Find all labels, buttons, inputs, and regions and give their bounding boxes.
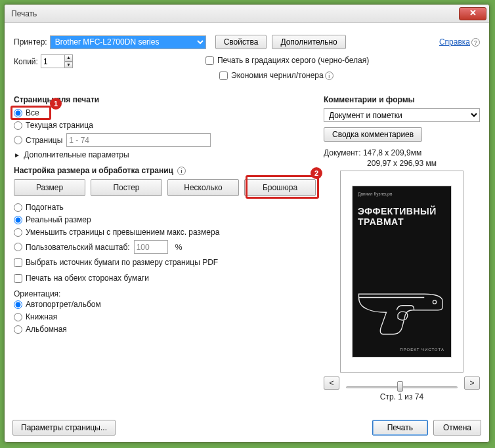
more-options-toggle[interactable]: Дополнительные параметры (15, 150, 316, 159)
orientation-auto[interactable]: Автопортрет/альбом (14, 300, 316, 309)
preview-slider[interactable] (346, 382, 458, 384)
booklet-button[interactable]: Брошюра (244, 179, 316, 196)
poster-button[interactable]: Постер (91, 179, 162, 196)
orientation-portrait[interactable]: Книжная (14, 312, 316, 321)
page-indicator: Стр. 1 из 74 (324, 392, 480, 401)
economy-check[interactable]: Экономия чернил/тонера i (219, 71, 334, 80)
pistol-icon (356, 281, 448, 339)
comments-select[interactable]: Документ и пометки (324, 108, 480, 122)
info-icon[interactable]: i (325, 71, 334, 80)
preview-next-button[interactable]: > (464, 377, 480, 390)
printer-select[interactable]: Brother MFC-L2700DN series (50, 35, 206, 49)
multiple-button[interactable]: Несколько (167, 179, 239, 196)
custom-scale-input[interactable] (134, 240, 168, 254)
help-link[interactable]: Справка (439, 37, 470, 47)
economy-checkbox[interactable] (219, 71, 228, 80)
close-button[interactable]: ✕ (459, 7, 486, 20)
grayscale-checkbox[interactable] (205, 56, 214, 65)
copies-down[interactable]: ▼ (64, 62, 73, 69)
document-size-label: Документ: 147,8 x 209,9мм (324, 148, 480, 157)
comments-section-title: Комментарии и формы (324, 95, 480, 104)
pages-range-radio[interactable]: Страницы (14, 133, 316, 147)
paper-size-label: 209,97 x 296,93 мм (324, 159, 480, 168)
pages-range-input[interactable] (66, 133, 211, 147)
fit-radio[interactable]: Подогнать (14, 203, 316, 212)
custom-scale-radio[interactable]: Пользовательский масштаб: % (14, 240, 316, 254)
pages-current-radio[interactable]: Текущая страница (14, 121, 316, 130)
grayscale-check[interactable]: Печать в градациях серого (черно-белая) (205, 56, 369, 65)
sizing-section-title: Настройка размера и обработка страниц i (14, 166, 316, 175)
comments-summary-button[interactable]: Сводка комментариев (324, 127, 422, 142)
advanced-button[interactable]: Дополнительно (272, 35, 345, 49)
print-button[interactable]: Печать (372, 420, 428, 436)
cancel-button[interactable]: Отмена (433, 420, 481, 436)
printer-label: Принтер: (14, 37, 47, 47)
svg-point-0 (433, 300, 436, 303)
titlebar: Печать ✕ (5, 5, 489, 23)
preview-page: Даниил Кузнецов ЭФФЕКТИВНЫЙ ТРАВМАТ (352, 186, 452, 357)
orientation-landscape[interactable]: Альбомная (14, 325, 316, 334)
copies-up[interactable]: ▲ (64, 54, 73, 62)
orientation-label: Ориентация: (14, 289, 316, 298)
info-icon[interactable]: i (177, 167, 186, 175)
callout-1: 1 (50, 98, 62, 110)
slider-knob[interactable] (397, 381, 403, 392)
preview-panel: Даниил Кузнецов ЭФФЕКТИВНЫЙ ТРАВМАТ (340, 171, 463, 373)
window-title: Печать (11, 9, 459, 18)
properties-button[interactable]: Свойства (215, 35, 267, 49)
callout-2: 2 (311, 167, 322, 179)
copies-label: Копий: (14, 57, 38, 66)
preview-prev-button[interactable]: < (324, 377, 339, 390)
size-button[interactable]: Размер (14, 179, 85, 196)
copies-input[interactable] (41, 54, 64, 68)
shrink-radio[interactable]: Уменьшить страницы с превышением макс. р… (14, 228, 316, 237)
duplex-check[interactable]: Печать на обеих сторонах бумаги (14, 274, 316, 283)
pages-all-radio[interactable]: Все (14, 108, 316, 117)
page-setup-button[interactable]: Параметры страницы... (12, 420, 116, 436)
help-icon[interactable]: ? (471, 38, 480, 47)
real-size-radio[interactable]: Реальный размер (14, 215, 316, 224)
paper-source-check[interactable]: Выбрать источник бумаги по размеру стран… (14, 258, 316, 267)
